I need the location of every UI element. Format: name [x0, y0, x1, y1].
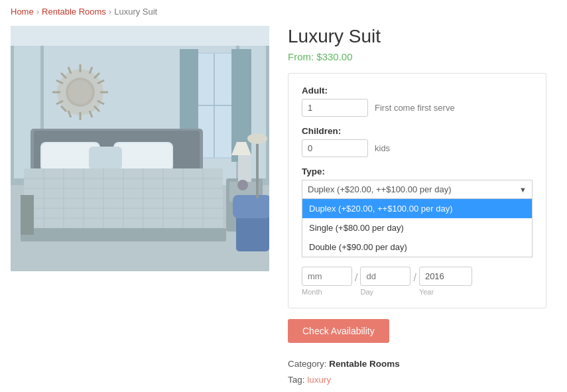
adult-row: First come first serve	[302, 99, 533, 117]
day-input[interactable]	[360, 267, 410, 286]
room-image	[11, 26, 269, 271]
month-field: Month	[302, 267, 352, 296]
month-input[interactable]	[302, 267, 352, 286]
svg-rect-39	[89, 147, 122, 170]
main-content: Luxury Suit From: $330.00 Adult: First c…	[11, 26, 556, 389]
type-dropdown-header[interactable]: Duplex (+$20.00, ++$100.00 per day) ▼	[302, 180, 533, 199]
chevron-down-icon: ▼	[519, 186, 527, 194]
breadcrumb-home[interactable]: Home	[11, 7, 34, 17]
year-field: Year	[419, 267, 472, 296]
category-value: Rentable Rooms	[329, 359, 400, 369]
svg-rect-38	[115, 143, 172, 170]
type-option-single[interactable]: Single (+$80.00 per day)	[302, 218, 532, 237]
tag-label: Tag:	[288, 375, 305, 385]
type-option-double[interactable]: Double (+$90.00 per day)	[302, 237, 532, 257]
type-selected-value: Duplex (+$20.00, ++$100.00 per day)	[308, 184, 451, 194]
breadcrumb-sep-2: ›	[109, 7, 111, 17]
month-label: Month	[302, 288, 322, 296]
children-input[interactable]	[302, 139, 368, 157]
children-label: Children:	[302, 126, 533, 136]
adult-label: Adult:	[302, 86, 533, 96]
breadcrumb-current: Luxury Suit	[114, 7, 157, 17]
day-label: Day	[360, 288, 373, 296]
room-details: Luxury Suit From: $330.00 Adult: First c…	[288, 26, 556, 389]
day-field: Day	[360, 267, 410, 296]
svg-point-62	[237, 180, 248, 190]
category-label: Category:	[288, 359, 327, 369]
year-input[interactable]	[419, 267, 472, 286]
breadcrumb-sep-1: ›	[36, 7, 39, 17]
breadcrumb: Home › Rentable Rooms › Luxury Suit	[11, 7, 556, 17]
room-title: Luxury Suit	[288, 26, 556, 47]
svg-rect-3	[11, 26, 269, 46]
svg-rect-60	[238, 155, 251, 182]
svg-point-16	[68, 80, 92, 104]
svg-rect-65	[256, 139, 259, 198]
children-row: kids	[302, 139, 533, 157]
booking-box: Adult: First come first serve Children: …	[288, 73, 546, 308]
year-label: Year	[419, 288, 434, 296]
meta-info: Category: Rentable Rooms Tag: luxury	[288, 356, 556, 389]
svg-rect-57	[21, 228, 226, 241]
room-price: From: $330.00	[288, 51, 556, 62]
check-availability-button[interactable]: Check Availability	[288, 319, 389, 343]
type-dropdown-list: Duplex (+$20.00, ++$100.00 per day) Sing…	[302, 199, 533, 257]
type-field-group: Type: Duplex (+$20.00, ++$100.00 per day…	[302, 166, 533, 257]
svg-rect-64	[233, 195, 269, 218]
adult-hint: First come first serve	[375, 103, 455, 113]
tag-value[interactable]: luxury	[307, 375, 331, 385]
adult-input[interactable]	[302, 99, 368, 117]
breadcrumb-rentable-rooms[interactable]: Rentable Rooms	[42, 7, 106, 17]
adult-field-group: Adult: First come first serve	[302, 86, 533, 117]
date-sep-2: /	[413, 267, 416, 284]
category-line: Category: Rentable Rooms	[288, 356, 556, 372]
children-field-group: Children: kids	[302, 126, 533, 157]
type-option-duplex[interactable]: Duplex (+$20.00, ++$100.00 per day)	[302, 199, 532, 218]
date-sep-1: /	[355, 267, 357, 284]
svg-rect-67	[21, 195, 34, 235]
date-row: Month / Day / Year	[302, 267, 533, 296]
tag-line: Tag: luxury	[288, 372, 556, 388]
type-label: Type:	[302, 166, 533, 176]
children-hint: kids	[375, 143, 390, 153]
svg-point-66	[247, 133, 267, 144]
